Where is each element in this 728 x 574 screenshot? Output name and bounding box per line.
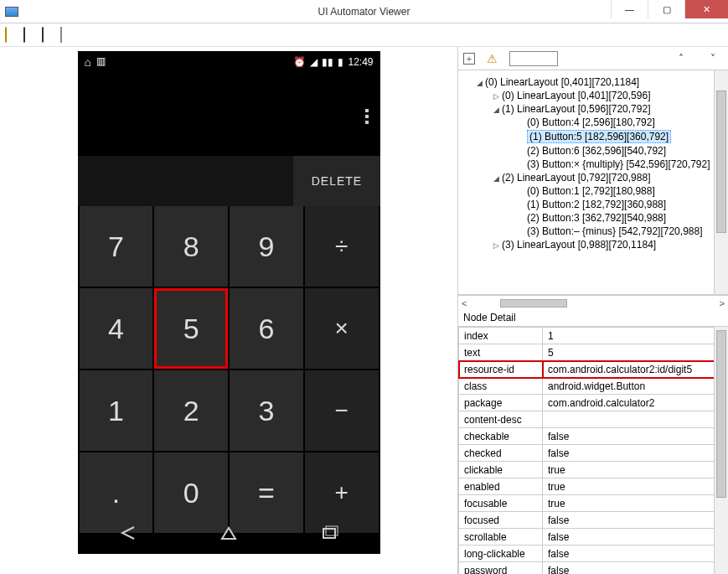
key-0[interactable]: 0 xyxy=(154,452,228,533)
key-1[interactable]: 1 xyxy=(80,370,153,451)
detail-row[interactable]: long-clickablefalse xyxy=(459,546,728,562)
tree-toolbar: + ⚠ ˄ ˅ xyxy=(458,47,728,70)
warning-icon[interactable]: ⚠ xyxy=(487,52,498,65)
tree-node[interactable]: (3) Button:– {minus} [542,792][720,988] xyxy=(527,225,702,237)
detail-row[interactable]: scrollablefalse xyxy=(459,529,728,546)
minimize-button[interactable]: — xyxy=(611,0,648,18)
key-7[interactable]: 7 xyxy=(80,206,153,287)
detail-value: false xyxy=(543,445,728,462)
key-dot[interactable]: . xyxy=(80,452,153,533)
tree-node[interactable]: (3) Button:× {multiply} [542,596][720,79… xyxy=(527,158,710,170)
scroll-thumb[interactable] xyxy=(716,330,726,498)
battery-icon: ▮ xyxy=(338,56,343,68)
detail-row[interactable]: passwordfalse xyxy=(459,562,728,575)
detail-value: false xyxy=(543,562,728,575)
tree-node[interactable]: (0) LinearLayout [0,401][720,1184] xyxy=(485,76,639,88)
signal-icon: ▮▮ xyxy=(322,56,333,68)
detail-key: long-clickable xyxy=(459,546,543,562)
detail-header: Node Detail xyxy=(458,310,728,327)
tree-horizontal-scrollbar[interactable]: < > xyxy=(458,295,728,310)
detail-value: 5 xyxy=(543,344,728,361)
key-plus[interactable]: + xyxy=(305,452,379,533)
scroll-left-icon[interactable]: < xyxy=(462,298,467,308)
detail-row[interactable]: clickabletrue xyxy=(459,462,728,478)
tree-node[interactable]: (0) LinearLayout [0,401][720,596] xyxy=(502,90,650,101)
alarm-icon: ⏰ xyxy=(293,56,306,68)
detail-value xyxy=(543,411,728,428)
next-button[interactable]: ˅ xyxy=(703,53,723,65)
detail-key: content-desc xyxy=(459,411,543,428)
detail-vertical-scrollbar[interactable] xyxy=(714,327,728,574)
detail-row[interactable]: checkablefalse xyxy=(459,428,728,445)
overflow-menu-icon[interactable] xyxy=(365,109,369,124)
clock-text: 12:49 xyxy=(348,56,373,68)
tree-node-selected[interactable]: (1) Button:5 [182,596][360,792] xyxy=(527,130,671,143)
detail-row[interactable]: text5 xyxy=(459,344,728,361)
scroll-thumb[interactable] xyxy=(716,90,726,233)
detail-row[interactable]: enabledtrue xyxy=(459,478,728,495)
device-screenshot-icon[interactable] xyxy=(23,28,39,43)
key-divide[interactable]: ÷ xyxy=(305,206,379,287)
tree-node[interactable]: (3) LinearLayout [0,988][720,1184] xyxy=(502,239,656,251)
key-5[interactable]: 5 xyxy=(154,288,228,369)
key-multiply[interactable]: × xyxy=(305,288,379,369)
key-8[interactable]: 8 xyxy=(154,206,228,287)
open-folder-icon[interactable] xyxy=(5,28,20,43)
expand-all-button[interactable]: + xyxy=(463,53,475,65)
tree-vertical-scrollbar[interactable] xyxy=(714,70,728,294)
delete-button[interactable]: DELETE xyxy=(293,156,379,206)
home-nav-icon[interactable] xyxy=(218,522,240,544)
tree-node[interactable]: (2) Button:6 [362,596][540,792] xyxy=(527,145,666,157)
detail-key: focused xyxy=(459,512,543,529)
back-icon[interactable] xyxy=(117,522,139,544)
detail-row[interactable]: focusedfalse xyxy=(459,512,728,529)
tree-node[interactable]: (0) Button:4 [2,596][180,792] xyxy=(527,116,655,128)
detail-key: text xyxy=(459,344,543,361)
hierarchy-tree[interactable]: ◢(0) LinearLayout [0,401][720,1184] ▷(0)… xyxy=(458,70,728,295)
device-frame: ⌂ ▥ ⏰ ◢ ▮▮ ▮ 12:49 DELETE 7 xyxy=(78,51,380,554)
key-3[interactable]: 3 xyxy=(230,370,303,451)
key-6[interactable]: 6 xyxy=(230,288,303,369)
prev-button[interactable]: ˄ xyxy=(671,53,691,65)
detail-value: false xyxy=(543,512,728,529)
scroll-right-icon[interactable]: > xyxy=(720,298,725,308)
close-button[interactable]: ✕ xyxy=(684,0,728,18)
tree-node[interactable]: (0) Button:1 [2,792][180,988] xyxy=(527,185,655,197)
detail-key: focusable xyxy=(459,495,543,512)
detail-key: clickable xyxy=(459,462,543,478)
detail-row[interactable]: checkedfalse xyxy=(459,445,728,462)
detail-value: false xyxy=(543,529,728,546)
device-dump-icon[interactable] xyxy=(42,28,57,43)
detail-value: false xyxy=(543,428,728,445)
key-4[interactable]: 4 xyxy=(80,288,153,369)
window-titlebar: UI Automator Viewer — ▢ ✕ xyxy=(0,0,728,23)
detail-row[interactable]: focusabletrue xyxy=(459,495,728,512)
stack-icon: ▥ xyxy=(96,55,106,69)
maximize-button[interactable]: ▢ xyxy=(648,0,684,18)
detail-value: android.widget.Button xyxy=(543,378,728,395)
tree-node[interactable]: (2) Button:3 [362,792][540,988] xyxy=(527,212,666,224)
detail-key: class xyxy=(459,378,543,395)
detail-row[interactable]: classandroid.widget.Button xyxy=(459,378,728,395)
detail-value: false xyxy=(543,546,728,562)
calc-result-area xyxy=(78,156,294,206)
key-equals[interactable]: = xyxy=(230,452,303,533)
home-icon: ⌂ xyxy=(85,55,91,69)
detail-row[interactable]: content-desc xyxy=(459,411,728,428)
tree-node[interactable]: (1) Button:2 [182,792][360,988] xyxy=(527,199,666,210)
save-icon[interactable] xyxy=(60,28,75,43)
detail-value: com.android.calculator2 xyxy=(543,395,728,411)
search-input[interactable] xyxy=(509,51,558,66)
recent-icon[interactable] xyxy=(318,522,340,544)
key-2[interactable]: 2 xyxy=(154,370,228,451)
scroll-thumb[interactable] xyxy=(500,299,567,308)
key-9[interactable]: 9 xyxy=(230,206,303,287)
detail-row[interactable]: index1 xyxy=(459,328,728,344)
key-minus[interactable]: − xyxy=(305,370,379,451)
detail-row[interactable]: resource-idcom.android.calculator2:id/di… xyxy=(459,361,728,378)
tree-node[interactable]: (2) LinearLayout [0,792][720,988] xyxy=(502,172,650,184)
detail-row[interactable]: packagecom.android.calculator2 xyxy=(459,395,728,411)
detail-key: checked xyxy=(459,445,543,462)
detail-value: 1 xyxy=(543,328,728,344)
tree-node[interactable]: (1) LinearLayout [0,596][720,792] xyxy=(502,103,650,115)
